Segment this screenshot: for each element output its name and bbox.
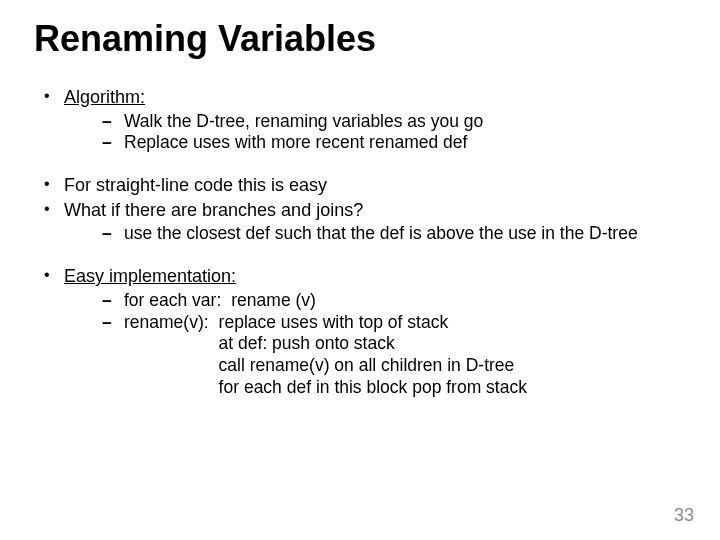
easy-sub-0: for each var: rename (v) bbox=[102, 290, 686, 312]
slide-body: Algorithm: Walk the D-tree, renaming var… bbox=[34, 86, 686, 399]
branches-text: What if there are branches and joins? bbox=[64, 200, 363, 220]
bullet-easy-impl: Easy implementation: for each var: renam… bbox=[40, 265, 686, 399]
easy-impl-label: Easy implementation: bbox=[64, 266, 236, 286]
algorithm-label: Algorithm: bbox=[64, 87, 145, 107]
rename-line-1: at def: push onto stack bbox=[219, 333, 686, 355]
bullet-branches: What if there are branches and joins? us… bbox=[40, 199, 686, 245]
foreach-right: rename (v) bbox=[231, 290, 686, 312]
algorithm-sub-0: Walk the D-tree, renaming variables as y… bbox=[102, 111, 686, 133]
spacer bbox=[34, 247, 686, 265]
rename-line-0: replace uses with top of stack bbox=[219, 312, 686, 334]
bullet-algorithm: Algorithm: Walk the D-tree, renaming var… bbox=[40, 86, 686, 154]
branches-sub-0: use the closest def such that the def is… bbox=[102, 223, 686, 245]
easy-impl-sublist: for each var: rename (v) rename(v): repl… bbox=[102, 290, 686, 399]
bullet-straight-line: For straight-line code this is easy bbox=[40, 174, 686, 197]
bullet-list-3: Easy implementation: for each var: renam… bbox=[40, 265, 686, 399]
slide: Renaming Variables Algorithm: Walk the D… bbox=[0, 0, 720, 540]
algorithm-sub-1: Replace uses with more recent renamed de… bbox=[102, 132, 686, 154]
bullet-list-2: For straight-line code this is easy What… bbox=[40, 174, 686, 245]
rename-line-2: call rename(v) on all children in D-tree bbox=[219, 355, 686, 377]
slide-title: Renaming Variables bbox=[34, 18, 686, 60]
rename-left: rename(v): bbox=[124, 312, 209, 400]
bullet-list-1: Algorithm: Walk the D-tree, renaming var… bbox=[40, 86, 686, 154]
easy-sub-1: rename(v): replace uses with top of stac… bbox=[102, 312, 686, 400]
foreach-left: for each var: bbox=[124, 290, 221, 312]
rename-right: replace uses with top of stack at def: p… bbox=[219, 312, 686, 400]
spacer bbox=[34, 156, 686, 174]
page-number: 33 bbox=[674, 505, 694, 526]
algorithm-sublist: Walk the D-tree, renaming variables as y… bbox=[102, 111, 686, 155]
foreach-row: for each var: rename (v) bbox=[124, 290, 686, 312]
branches-sublist: use the closest def such that the def is… bbox=[102, 223, 686, 245]
rename-row: rename(v): replace uses with top of stac… bbox=[124, 312, 686, 400]
rename-line-3: for each def in this block pop from stac… bbox=[219, 377, 686, 399]
